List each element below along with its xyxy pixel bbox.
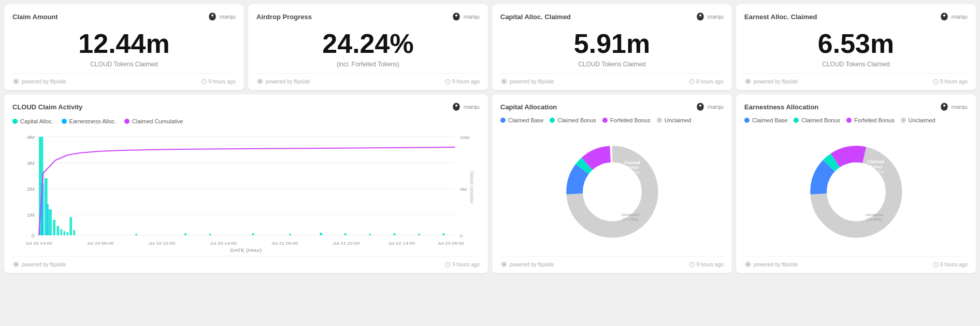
svg-rect-42 — [443, 233, 445, 235]
svg-text:Jul 20 14:00: Jul 20 14:00 — [210, 241, 237, 246]
dashboard: Claim Amount marqu 12.44m CLOUD Tokens C… — [0, 0, 980, 277]
legend-unclaimed-label: Unclaimed — [665, 117, 691, 123]
airdrop-title: Airdrop Progress — [256, 13, 312, 21]
airdrop-progress-card: Airdrop Progress marqu 24.24% (incl. For… — [248, 4, 488, 90]
svg-text:Claimed Cumulative: Claimed Cumulative — [469, 171, 474, 204]
marqu-label: marqu — [220, 13, 236, 20]
footer-powered-text-4: powered by flipside — [754, 79, 798, 84]
legend-unclaimed-dot — [657, 118, 662, 123]
svg-text:Base: Base — [587, 197, 598, 202]
capital-alloc-card: Capital Alloc. Claimed marqu 5.91m CLOUD… — [492, 4, 732, 90]
capital-alloc-donut-svg: Claimed Base (11.22%) Claimed Bonus (10.… — [560, 140, 664, 244]
svg-text:(11.22%): (11.22%) — [585, 202, 600, 206]
legend-unclaimed: Unclaimed — [657, 117, 691, 123]
svg-text:Claimed: Claimed — [584, 192, 600, 196]
legend-earnest-unclaimed: Unclaimed — [901, 117, 935, 123]
claim-amount-value: 12.44m — [12, 29, 236, 59]
footer-time-text-2: 9 hours ago — [452, 79, 480, 84]
capital-alloc-donut-header: Capital Allocation marqu — [500, 102, 724, 112]
legend-earnest: Earnestness Alloc. — [62, 118, 117, 124]
legend-claimed-base-dot — [500, 118, 506, 123]
footer-time-text: 9 hours ago — [208, 79, 236, 84]
marqu-icon-4 — [939, 11, 949, 22]
svg-rect-39 — [369, 234, 371, 235]
marqu-label-2: marqu — [464, 13, 480, 20]
legend-capital: Capital Alloc. — [12, 118, 53, 124]
clock-icon-3 — [689, 79, 695, 84]
svg-text:(13.02%): (13.02%) — [829, 200, 844, 205]
clock-icon-6 — [689, 262, 695, 267]
marqu-label-7: marqu — [952, 104, 968, 110]
marqu-label-3: marqu — [708, 13, 724, 20]
earnest-alloc-donut-footer: powered by flipside 8 hours ago — [744, 256, 968, 268]
capital-alloc-logo: marqu — [695, 11, 724, 22]
capital-alloc-donut-title: Capital Allocation — [500, 103, 557, 111]
earnest-alloc-card: Earnest Alloc. Claimed marqu 6.53m CLOUD… — [736, 4, 976, 90]
legend-earnest-unclaimed-dot — [901, 118, 906, 123]
marqu-icon-5 — [451, 102, 462, 112]
clock-icon-4 — [933, 79, 939, 84]
legend-capital-dot — [12, 119, 18, 124]
svg-rect-35 — [252, 233, 254, 235]
earnest-alloc-donut-logo: marqu — [939, 102, 968, 112]
marqu-icon-6 — [695, 102, 705, 112]
capital-alloc-donut-logo: marqu — [695, 102, 724, 112]
svg-rect-40 — [394, 233, 396, 235]
claim-amount-title: Claim Amount — [12, 13, 58, 21]
svg-rect-38 — [344, 233, 347, 235]
chart-footer-powered-text: powered by flipside — [22, 262, 66, 267]
legend-earnest-claimed-bonus-label: Claimed Bonus — [801, 117, 840, 123]
svg-text:0: 0 — [460, 234, 463, 238]
airdrop-value: 24.24% — [256, 29, 480, 59]
legend-capital-label: Capital Alloc. — [20, 118, 53, 124]
marqu-icon — [207, 11, 218, 22]
svg-text:Unclaimed: Unclaimed — [865, 212, 883, 217]
footer-time-4: 8 hours ago — [933, 79, 968, 84]
svg-text:Jul 22 14:00: Jul 22 14:00 — [388, 241, 415, 246]
svg-rect-31 — [73, 230, 75, 235]
svg-text:5M: 5M — [460, 187, 467, 192]
clock-icon-5 — [445, 262, 451, 267]
earnest-alloc-footer-time: 8 hours ago — [933, 262, 968, 267]
earnest-alloc-donut-header: Earnestness Allocation marqu — [744, 102, 968, 112]
legend-claimed-base-label: Claimed Base — [508, 117, 543, 123]
footer-powered-text-2: powered by flipside — [266, 79, 310, 84]
svg-text:(73.96%): (73.96%) — [866, 218, 881, 222]
marqu-label-4: marqu — [952, 13, 968, 20]
airdrop-footer: powered by flipside 9 hours ago — [256, 73, 480, 85]
earnest-alloc-donut-legend: Claimed Base Claimed Bonus Forfeited Bon… — [744, 117, 968, 123]
earnest-alloc-footer: powered by flipside 8 hours ago — [744, 73, 968, 85]
claim-amount-logo: marqu — [207, 11, 236, 22]
legend-cumulative-label: Claimed Cumulative — [132, 118, 183, 124]
claim-amount-footer: powered by flipside 9 hours ago — [12, 73, 236, 85]
svg-text:Bonus: Bonus — [625, 166, 639, 171]
claim-amount-subtitle: CLOUD Tokens Claimed — [12, 61, 236, 68]
marqu-icon-2 — [451, 11, 462, 22]
marqu-icon-3 — [695, 11, 705, 22]
footer-powered-4: powered by flipside — [744, 78, 798, 85]
chart-area: 4M 3M 2M 1M 0 10M 5M 0 Claimed Cumulativ… — [12, 132, 480, 256]
capital-alloc-title: Capital Alloc. Claimed — [500, 13, 571, 21]
flipside-icon — [12, 78, 20, 85]
clock-icon-2 — [445, 79, 451, 84]
svg-text:0: 0 — [32, 233, 35, 238]
legend-cumulative-dot — [124, 119, 129, 124]
capital-alloc-footer-powered: powered by flipside — [500, 261, 554, 268]
capital-alloc-donut-legend: Claimed Base Claimed Bonus Forfeited Bon… — [500, 117, 724, 123]
flipside-icon-4 — [744, 78, 752, 85]
chart-legend: Capital Alloc. Earnestness Alloc. Claime… — [12, 118, 480, 124]
footer-powered-2: powered by flipside — [256, 78, 310, 85]
svg-text:Jul 23 06:00: Jul 23 06:00 — [437, 241, 464, 246]
chart-logo: marqu — [451, 102, 480, 112]
chart-footer: powered by flipside 9 hours ago — [12, 256, 480, 268]
legend-forfeited-bonus-dot — [602, 118, 608, 123]
earnest-alloc-donut-title: Earnestness Allocation — [744, 103, 818, 111]
footer-powered: powered by flipside — [12, 78, 66, 85]
legend-earnest-unclaimed-label: Unclaimed — [909, 117, 935, 123]
svg-rect-30 — [69, 217, 72, 235]
footer-powered-3: powered by flipside — [500, 78, 554, 85]
legend-earnest-forfeited-bonus-dot — [846, 118, 852, 123]
legend-earnest-claimed-base-dot — [744, 118, 750, 123]
svg-text:(77.15%): (77.15%) — [622, 218, 637, 222]
claim-amount-header: Claim Amount marqu — [12, 11, 236, 22]
